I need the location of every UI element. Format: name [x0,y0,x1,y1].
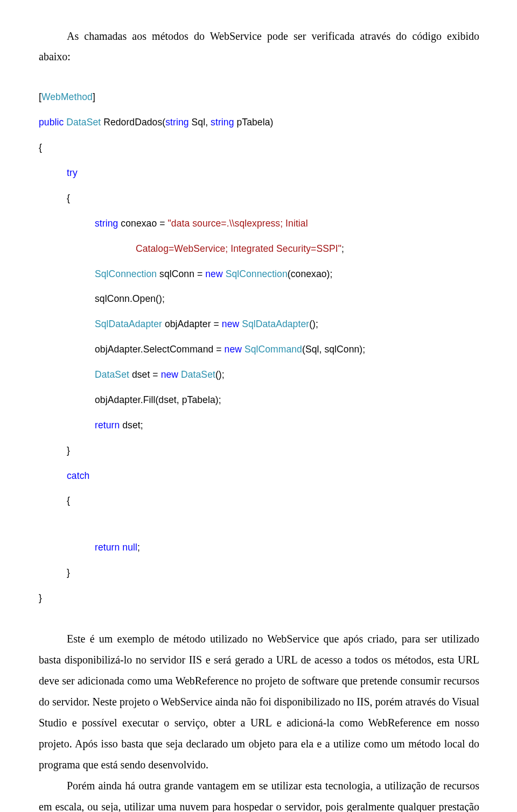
t: try [67,167,78,178]
t: new [161,369,178,380]
t: { [39,142,42,153]
t: return [95,420,120,430]
t: conexao = [118,218,167,229]
t: } [39,592,42,603]
paragraph-2: Porém ainda há outra grande vantagem em … [39,775,479,812]
t: public [39,117,64,128]
t: objAdapter.SelectCommand = [95,344,225,355]
t: (Sql, sqlConn); [302,344,365,355]
t: WebMethod [41,91,93,102]
code-block: [WebMethod] public DataSet RedordDados(s… [39,79,479,617]
t: (); [215,369,225,380]
intro-paragraph: As chamadas aos métodos do WebService po… [39,26,479,67]
t: SqlDataAdapter [95,319,162,329]
t: (); [309,319,318,329]
t: DataSet [181,369,215,380]
t: Sql, [189,117,211,128]
t: string [95,218,118,229]
t: string [165,117,188,128]
t: SqlConnection [95,269,157,279]
t: { [67,193,70,203]
t: objAdapter.Fill(dset, pTabela); [95,394,221,405]
t: { [67,495,70,506]
t: RedordDados( [101,117,165,128]
t: SqlConnection [226,269,288,279]
t: ] [93,91,95,102]
t: SqlCommand [244,344,302,355]
t: DataSet [95,369,129,380]
t: return [95,542,120,553]
t: catch [67,470,89,481]
t: "data source=.\\sqlexpress; Initial [167,218,310,229]
t: } [67,445,70,456]
t: DataSet [66,117,101,128]
t: new [222,319,239,329]
t: string [211,117,234,128]
t: pTabela) [234,117,274,128]
t: null [122,542,137,553]
t: sqlConn.Open(); [95,293,165,304]
t: objAdapter = [162,319,222,329]
t: dset; [120,420,143,430]
paragraph-1: Este é um exemplo de método utilizado no… [39,629,479,775]
t: ; [137,542,140,553]
t: SqlDataAdapter [242,319,309,329]
t: Catalog=WebService; Integrated Security=… [136,243,341,254]
t: new [205,269,222,279]
t: (conexao); [288,269,333,279]
t: dset = [129,369,161,380]
t: new [225,344,242,355]
t: ; [341,243,344,254]
t: } [67,567,70,578]
t: sqlConn = [157,269,205,279]
